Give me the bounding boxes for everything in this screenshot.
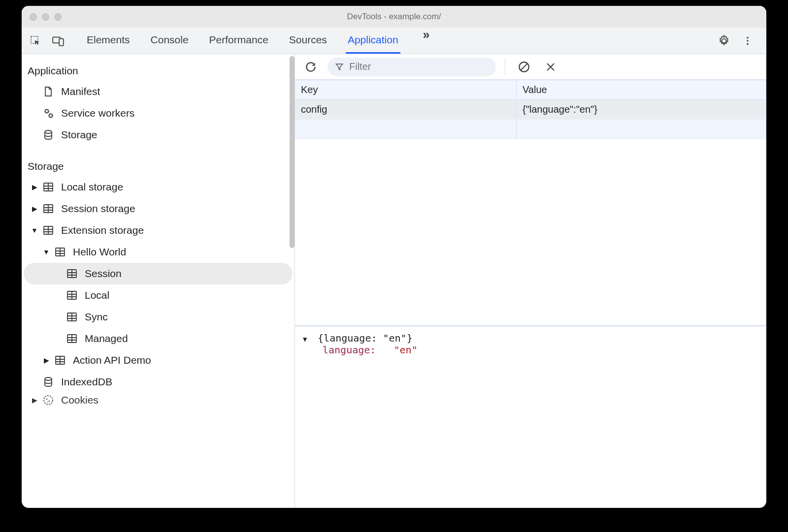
sidebar-item-service-workers[interactable]: Service workers (24, 102, 293, 124)
chevron-right-icon[interactable]: ▶ (30, 183, 39, 191)
settings-icon[interactable] (714, 31, 734, 51)
cell-value[interactable] (517, 120, 766, 139)
cookie-icon (41, 394, 55, 406)
sidebar-scrollbar[interactable] (290, 56, 295, 248)
preview-summary: {language: "en"} (318, 332, 413, 344)
chevron-down-icon[interactable]: ▼ (303, 335, 312, 343)
table-row[interactable]: config {"language":"en"} (295, 100, 766, 120)
sidebar-item-session[interactable]: Session (24, 263, 293, 284)
table-icon (65, 311, 79, 323)
sidebar-item-label: Manifest (61, 86, 100, 97)
more-options-icon[interactable] (738, 31, 757, 51)
preview-summary-row[interactable]: ▼ {language: "en"} (303, 332, 758, 344)
sidebar-item-hello-world[interactable]: ▼ Hello World (24, 241, 293, 263)
value-preview: ▼ {language: "en"} language: "en" (295, 326, 766, 508)
table-icon (53, 246, 67, 258)
sidebar-item-storage[interactable]: Storage (24, 124, 293, 146)
sidebar-item-label: Hello World (73, 246, 126, 258)
device-toolbar-icon[interactable] (48, 31, 68, 51)
table-body: config {"language":"en"} (295, 100, 766, 325)
tab-performance[interactable]: Performance (207, 28, 270, 54)
table-row-empty[interactable] (295, 120, 766, 139)
panel-tabs: Elements Console Performance Sources App… (75, 28, 436, 54)
sidebar-item-extension-storage[interactable]: ▼ Extension storage (24, 219, 293, 241)
close-window-button[interactable] (30, 13, 37, 21)
sidebar-item-label: Managed (85, 333, 128, 344)
cell-key[interactable] (295, 120, 517, 139)
sidebar-item-label: Session (85, 268, 122, 280)
tab-elements[interactable]: Elements (85, 28, 132, 54)
table-icon (65, 333, 79, 344)
minimize-window-button[interactable] (42, 13, 49, 21)
svg-point-17 (45, 377, 52, 380)
chevron-right-icon[interactable]: ▶ (30, 205, 39, 213)
tab-sources[interactable]: Sources (287, 28, 329, 54)
sidebar-item-local-storage[interactable]: ▶ Local storage (24, 176, 293, 198)
table-icon (41, 181, 55, 193)
titlebar: DevTools - example.com/ (22, 6, 766, 28)
storage-table: Key Value config {"language":"en"} (295, 80, 766, 326)
database-icon (41, 129, 55, 141)
table-icon (41, 224, 55, 236)
sidebar-item-cookies[interactable]: ▶ Cookies (24, 393, 293, 407)
tab-console[interactable]: Console (149, 28, 191, 54)
application-sidebar[interactable]: Application Manifest Service workers Sto… (22, 54, 295, 508)
sidebar-item-indexeddb[interactable]: IndexedDB (24, 371, 293, 393)
svg-point-19 (46, 399, 48, 400)
svg-point-20 (49, 401, 50, 402)
table-icon (53, 354, 67, 366)
filter-icon (334, 62, 344, 72)
svg-point-7 (45, 130, 52, 133)
refresh-icon[interactable] (301, 57, 321, 77)
cell-key[interactable]: config (295, 100, 517, 119)
filter-field[interactable] (328, 58, 496, 76)
inspect-element-icon[interactable] (26, 31, 45, 51)
preview-value: "en" (394, 344, 418, 356)
svg-point-21 (47, 402, 48, 403)
zoom-window-button[interactable] (54, 13, 62, 21)
chevron-right-icon[interactable]: ▶ (41, 356, 51, 364)
svg-point-3 (747, 40, 749, 42)
sidebar-item-label: Storage (61, 129, 98, 141)
table-header: Key Value (295, 80, 766, 100)
svg-point-18 (44, 396, 53, 405)
sidebar-item-label: Action API Demo (73, 354, 151, 366)
column-header-key[interactable]: Key (295, 80, 517, 99)
column-header-value[interactable]: Value (517, 80, 766, 99)
cell-value[interactable]: {"language":"en"} (517, 100, 766, 119)
devtools-window: DevTools - example.com/ Elements Console… (22, 6, 766, 508)
table-icon (41, 203, 55, 215)
sidebar-item-label: Cookies (61, 394, 98, 406)
database-icon (41, 376, 55, 388)
chevron-down-icon[interactable]: ▼ (30, 226, 39, 234)
sidebar-item-label: Sync (85, 311, 108, 323)
sidebar-item-action-api-demo[interactable]: ▶ Action API Demo (24, 349, 293, 371)
table-icon (65, 289, 79, 301)
sidebar-item-label: Extension storage (61, 224, 144, 236)
clear-all-icon[interactable] (514, 57, 534, 77)
chevron-right-icon[interactable]: ▶ (30, 396, 39, 404)
tab-application[interactable]: Application (346, 28, 400, 54)
sidebar-item-session-storage[interactable]: ▶ Session storage (24, 198, 293, 219)
section-title-application: Application (24, 62, 293, 81)
chevron-down-icon[interactable]: ▼ (41, 248, 51, 256)
sidebar-item-label: Service workers (61, 107, 134, 119)
sidebar-item-managed[interactable]: Managed (24, 328, 293, 349)
filter-input[interactable] (349, 61, 487, 72)
preview-property-row[interactable]: language: "en" (303, 344, 758, 356)
sidebar-item-sync[interactable]: Sync (24, 306, 293, 328)
sidebar-item-manifest[interactable]: Manifest (24, 81, 293, 102)
gears-icon (41, 107, 55, 119)
panel-body: Application Manifest Service workers Sto… (22, 54, 766, 508)
svg-point-4 (747, 43, 749, 45)
sidebar-item-label: Local storage (61, 181, 123, 193)
storage-toolbar (295, 54, 766, 80)
delete-selected-icon[interactable] (541, 57, 560, 77)
sidebar-item-label: IndexedDB (61, 376, 112, 388)
svg-rect-1 (59, 38, 64, 45)
file-icon (41, 86, 55, 97)
sidebar-item-label: Session storage (61, 203, 135, 215)
sidebar-item-local[interactable]: Local (24, 284, 293, 306)
more-tabs-button[interactable]: » (417, 28, 436, 54)
window-title: DevTools - example.com/ (22, 12, 766, 22)
